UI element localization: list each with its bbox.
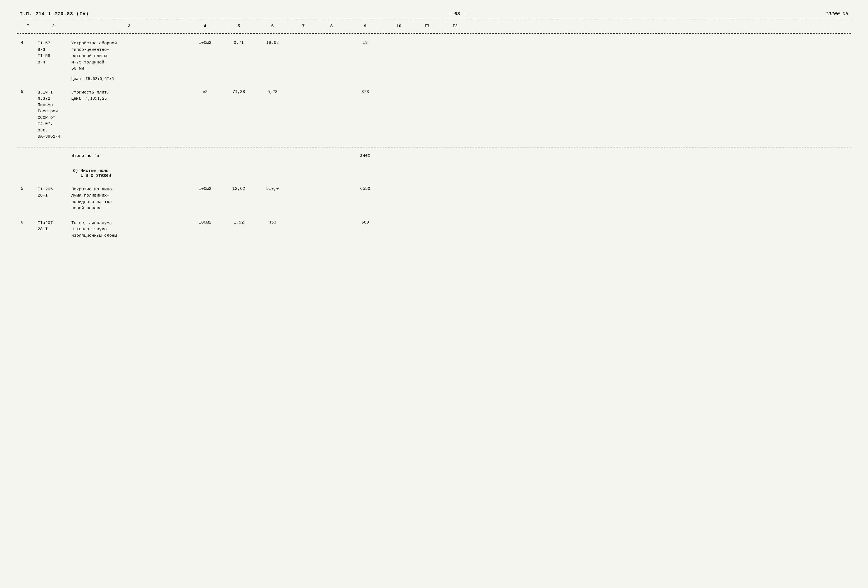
header-left: Т.П. 214-1-270.83 (IV)	[20, 11, 89, 16]
row6-col4: I00м2	[188, 220, 222, 225]
row4-col6: I8,68	[255, 40, 289, 46]
table-row: 4 II-578-3II-588-4 Устройство сборной ги…	[17, 39, 851, 74]
row5b-col12	[441, 186, 469, 187]
row4-col4: I00м2	[188, 40, 222, 46]
col-header-1: I	[20, 23, 37, 29]
col-header-9: 9	[345, 23, 385, 29]
row6-col5: I,52	[222, 220, 255, 225]
col-header-10: 10	[385, 23, 413, 29]
row6-col3: То же, линолеума с тепло- звуко- изоляци…	[70, 220, 188, 240]
itogo-col1	[20, 153, 37, 159]
table-row-5b: 5 II-20528-I Покрытие из лино- лума поли…	[17, 185, 851, 214]
row4-note-col11	[413, 75, 441, 76]
row5a-col11	[413, 89, 441, 90]
row6-col1: 6	[20, 220, 37, 225]
row5a-price-note: Цена: 4,I8xI,25	[71, 96, 107, 101]
itogo-col4	[188, 153, 222, 159]
row4-col12	[441, 40, 469, 41]
row6-col12	[441, 220, 469, 221]
row5b-col10	[385, 186, 413, 187]
row5a-col8	[317, 89, 345, 90]
row4-note-col3: Цеан: I5,62+0,6Ix6	[70, 76, 188, 82]
row5b-col3: Покрытие из лино- лума поливиних- лоридн…	[70, 186, 188, 212]
itogo-label: Итого по "а"	[70, 153, 188, 159]
row5b-col6: 5I9,0	[255, 186, 289, 192]
row5b-col9: 6550	[345, 186, 385, 192]
row4-col2: II-578-3II-588-4	[37, 40, 70, 66]
row5b-col2: II-20528-I	[37, 186, 70, 200]
row4-col10	[385, 40, 413, 41]
row4-note-col8	[317, 75, 345, 76]
row4-col7	[289, 40, 317, 41]
row6-col10	[385, 220, 413, 221]
row4-col11	[413, 40, 441, 41]
itogo-col9: 246I	[345, 153, 385, 159]
itogo-col6	[255, 153, 289, 159]
row5a-col7	[289, 89, 317, 90]
data-block-6: 6 IIa20728-I То же, линолеума с тепло- з…	[17, 218, 851, 241]
col-header-12: I2	[441, 23, 469, 29]
itogo-col7	[289, 153, 317, 159]
row4-note-col6	[255, 75, 289, 76]
row4-col5: 0,7I	[222, 40, 255, 46]
section-b-header: б) Чистые полы I и 2 этажей	[17, 165, 851, 180]
row5a-col6: 5,23	[255, 89, 289, 95]
header-bottom-dashed-line	[17, 33, 851, 34]
row4-note-col9	[345, 75, 385, 76]
row4-note-col1	[20, 75, 37, 76]
table-row-note4: Цеан: I5,62+0,6Ix6	[17, 74, 851, 83]
col-header-3: 3	[70, 23, 188, 29]
itogo-col12	[441, 153, 469, 159]
itogo-col11	[413, 153, 441, 159]
col-header-6: 6	[255, 23, 289, 29]
top-dashed-line	[17, 19, 851, 19]
header-center: - 68 -	[449, 11, 466, 16]
row6-col2: IIa20728-I	[37, 220, 70, 233]
row4-col1: 4	[20, 40, 37, 46]
row5b-col4: I00м2	[188, 186, 222, 192]
page-header: Т.П. 214-1-270.83 (IV) - 68 - 19200-05	[17, 11, 851, 16]
row4-note-col4	[188, 75, 222, 76]
table-row-6: 6 IIa20728-I То же, линолеума с тепло- з…	[17, 218, 851, 241]
header-right: 19200-05	[825, 11, 848, 16]
itogo-col10	[385, 153, 413, 159]
row4-note-col5	[222, 75, 255, 76]
itogo-col2	[37, 153, 70, 159]
row4-note-col2	[37, 75, 70, 76]
row6-col11	[413, 220, 441, 221]
itogo-row: Итого по "а" 246I	[17, 150, 851, 162]
col-header-7: 7	[289, 23, 317, 29]
col-header-5: 5	[222, 23, 255, 29]
col-header-8: 8	[317, 23, 345, 29]
data-block-4: 4 II-578-3II-588-4 Устройство сборной ги…	[17, 39, 851, 83]
itogo-col8	[317, 153, 345, 159]
row5a-col9: 373	[345, 89, 385, 95]
data-block-5b: 5 II-20528-I Покрытие из лино- лума поли…	[17, 185, 851, 214]
row5a-col2: Ц.Iч.Iп.372ПисьмоГосстрояСССР отI4.07.83…	[37, 89, 70, 141]
row5b-col1: 5	[20, 186, 37, 192]
row5b-col5: I2,62	[222, 186, 255, 192]
col-header-11: II	[413, 23, 441, 29]
row4-col9: I3	[345, 40, 385, 46]
row5b-col8	[317, 186, 345, 187]
itogo-top-dashed-line	[17, 147, 851, 147]
column-headers: I 2 3 4 5 6 7 8 9 10 II I2	[17, 21, 851, 31]
row5b-col11	[413, 186, 441, 187]
row4-note-col10	[385, 75, 413, 76]
row5a-col5: 7I,38	[222, 89, 255, 95]
col-header-2: 2	[37, 23, 70, 29]
itogo-col5	[222, 153, 255, 159]
row5a-col1: 5	[20, 89, 37, 95]
row4-note-col7	[289, 75, 317, 76]
col-header-4: 4	[188, 23, 222, 29]
row5a-col10	[385, 89, 413, 90]
row6-col6: 453	[255, 220, 289, 225]
row6-col8	[317, 220, 345, 221]
row5a-col12	[441, 89, 469, 90]
row4-col8	[317, 40, 345, 41]
row4-col3: Устройство сборной гипсо-цементно- бетон…	[70, 40, 188, 73]
row6-col9: 689	[345, 220, 385, 225]
row4-note-col12	[441, 75, 469, 76]
row6-col7	[289, 220, 317, 221]
data-block-5a: 5 Ц.Iч.Iп.372ПисьмоГосстрояСССР отI4.07.…	[17, 88, 851, 142]
